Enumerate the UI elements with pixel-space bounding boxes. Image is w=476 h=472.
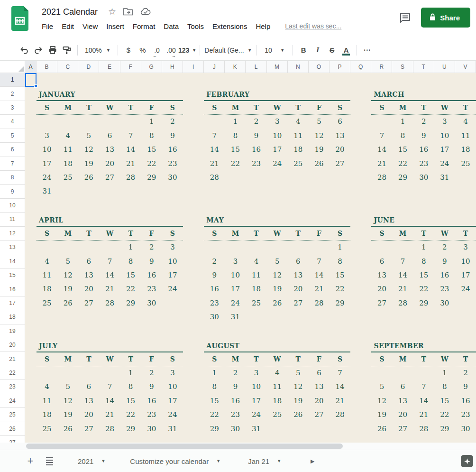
date-cell[interactable]: 29 bbox=[141, 171, 162, 185]
date-cell[interactable]: 30 bbox=[434, 296, 455, 310]
date-cell[interactable]: 3 bbox=[162, 366, 183, 380]
column-header-t[interactable]: T bbox=[413, 61, 434, 73]
all-sheets-button[interactable] bbox=[43, 454, 56, 468]
month-title[interactable]: APRIL bbox=[37, 213, 183, 226]
day-header[interactable]: S bbox=[330, 227, 350, 240]
day-header[interactable]: S bbox=[162, 352, 183, 366]
date-cell[interactable]: 31 bbox=[162, 422, 183, 436]
date-cell[interactable]: 8 bbox=[204, 380, 225, 394]
date-cell[interactable] bbox=[78, 366, 99, 380]
date-cell[interactable]: 27 bbox=[393, 422, 413, 436]
month-title[interactable]: SEPTEMBER bbox=[371, 338, 476, 352]
date-cell[interactable]: 2 bbox=[434, 241, 455, 254]
date-cell[interactable]: 8 bbox=[413, 255, 434, 268]
date-cell[interactable]: 6 bbox=[99, 129, 120, 143]
row-header-12[interactable]: 12 bbox=[0, 227, 25, 241]
date-cell[interactable] bbox=[330, 310, 350, 324]
date-cell[interactable] bbox=[99, 115, 120, 129]
month-title[interactable]: FEBRUARY bbox=[204, 87, 350, 101]
date-cell[interactable] bbox=[225, 171, 246, 185]
date-cell[interactable]: 5 bbox=[267, 255, 288, 268]
date-cell[interactable] bbox=[371, 366, 392, 380]
date-cell[interactable]: 18 bbox=[37, 282, 57, 296]
date-cell[interactable]: 7 bbox=[330, 366, 350, 380]
date-cell[interactable]: 5 bbox=[371, 380, 392, 394]
date-cell[interactable]: 22 bbox=[225, 157, 246, 171]
date-cell[interactable]: 19 bbox=[371, 408, 392, 422]
day-header[interactable]: T bbox=[455, 101, 476, 114]
date-cell[interactable]: 2 bbox=[225, 366, 246, 380]
date-cell[interactable] bbox=[141, 185, 162, 198]
date-cell[interactable] bbox=[37, 241, 57, 254]
date-cell[interactable]: 27 bbox=[78, 296, 99, 310]
date-cell[interactable]: 21 bbox=[413, 408, 434, 422]
date-cell[interactable]: 24 bbox=[37, 171, 57, 185]
day-header[interactable]: T bbox=[455, 352, 476, 366]
menu-insert[interactable]: Insert bbox=[102, 21, 128, 32]
date-cell[interactable]: 5 bbox=[57, 255, 78, 268]
date-cell[interactable]: 27 bbox=[330, 157, 350, 171]
column-header-i[interactable]: I bbox=[183, 61, 204, 73]
date-cell[interactable]: 22 bbox=[141, 157, 162, 171]
date-cell[interactable]: 26 bbox=[288, 408, 309, 422]
day-header[interactable]: T bbox=[288, 227, 309, 240]
date-cell[interactable]: 18 bbox=[455, 143, 476, 157]
date-cell[interactable]: 21 bbox=[371, 157, 392, 171]
date-cell[interactable] bbox=[371, 241, 392, 254]
day-header[interactable]: T bbox=[246, 352, 266, 366]
sheet-tab-customize-your-calendar[interactable]: Customize your calendar▼ bbox=[130, 457, 220, 465]
day-header[interactable]: T bbox=[246, 101, 266, 114]
date-cell[interactable]: 1 bbox=[120, 366, 141, 380]
date-cell[interactable]: 19 bbox=[267, 282, 288, 296]
date-cell[interactable]: 5 bbox=[57, 380, 78, 394]
date-cell[interactable] bbox=[57, 185, 78, 198]
date-cell[interactable]: 9 bbox=[162, 129, 183, 143]
day-header[interactable]: W bbox=[99, 352, 120, 366]
date-cell[interactable] bbox=[57, 366, 78, 380]
day-header[interactable]: W bbox=[434, 352, 455, 366]
date-cell[interactable] bbox=[37, 366, 57, 380]
date-cell[interactable]: 21 bbox=[99, 408, 120, 422]
date-cell[interactable]: 28 bbox=[120, 171, 141, 185]
menu-data[interactable]: Data bbox=[159, 21, 183, 32]
date-cell[interactable]: 11 bbox=[455, 129, 476, 143]
row-header-3[interactable]: 3 bbox=[0, 101, 25, 115]
date-cell[interactable]: 25 bbox=[57, 171, 78, 185]
column-header-p[interactable]: P bbox=[330, 61, 350, 73]
format-currency-button[interactable]: $ bbox=[121, 43, 136, 57]
date-cell[interactable]: 26 bbox=[309, 157, 330, 171]
date-cell[interactable]: 21 bbox=[309, 282, 330, 296]
day-header[interactable]: W bbox=[434, 227, 455, 240]
date-cell[interactable]: 4 bbox=[37, 380, 57, 394]
format-percent-button[interactable]: % bbox=[136, 43, 150, 57]
date-cell[interactable]: 23 bbox=[434, 282, 455, 296]
day-header[interactable]: T bbox=[455, 227, 476, 240]
date-cell[interactable] bbox=[99, 366, 120, 380]
day-header[interactable]: W bbox=[267, 227, 288, 240]
date-cell[interactable]: 12 bbox=[371, 394, 392, 408]
date-cell[interactable] bbox=[99, 185, 120, 198]
date-cell[interactable]: 14 bbox=[99, 394, 120, 408]
sheets-logo-icon[interactable] bbox=[11, 6, 28, 31]
day-header[interactable]: S bbox=[37, 227, 57, 240]
column-header-a[interactable]: A bbox=[25, 61, 37, 73]
bold-button[interactable]: B bbox=[296, 43, 311, 57]
zoom-select[interactable]: 100%▼ bbox=[83, 43, 112, 57]
date-cell[interactable]: 10 bbox=[455, 255, 476, 268]
day-header[interactable]: W bbox=[434, 101, 455, 114]
date-cell[interactable] bbox=[309, 310, 330, 324]
column-header-l[interactable]: L bbox=[246, 61, 266, 73]
date-cell[interactable]: 13 bbox=[309, 380, 330, 394]
sheet-tab-2021[interactable]: 2021▼ bbox=[78, 457, 105, 465]
day-header[interactable]: F bbox=[309, 352, 330, 366]
share-button[interactable]: Share bbox=[421, 8, 470, 28]
date-cell[interactable]: 7 bbox=[120, 129, 141, 143]
row-header-18[interactable]: 18 bbox=[0, 310, 25, 324]
date-cell[interactable] bbox=[455, 171, 476, 185]
date-cell[interactable]: 27 bbox=[371, 296, 392, 310]
add-sheet-button[interactable]: + bbox=[24, 454, 37, 468]
day-header[interactable]: S bbox=[204, 352, 225, 366]
date-cell[interactable]: 28 bbox=[413, 422, 434, 436]
date-cell[interactable]: 10 bbox=[246, 380, 266, 394]
horizontal-scrollbar-track[interactable] bbox=[0, 443, 476, 450]
